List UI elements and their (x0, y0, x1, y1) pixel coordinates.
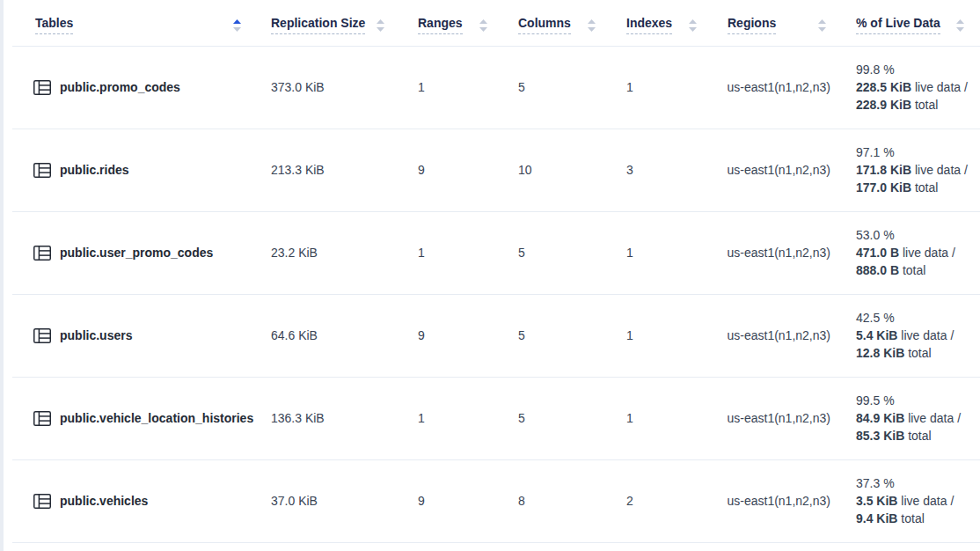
column-header-tables[interactable]: Tables (12, 0, 257, 46)
table-icon (33, 80, 51, 95)
ranges-cell: 9 (400, 459, 503, 542)
table-name-cell: public.promo_codes (12, 46, 257, 129)
live-data-percent: 37.3 % (856, 474, 980, 492)
sort-arrows-icon[interactable] (689, 19, 697, 32)
table-icon (33, 246, 51, 261)
columns-cell: 5 (503, 211, 611, 294)
sort-arrows-icon[interactable] (233, 19, 241, 32)
column-header-label: Replication Size (271, 16, 365, 34)
page-left-gutter (0, 0, 4, 551)
ranges-cell: 9 (400, 294, 503, 377)
regions-cell: us-east1(n1,n2,n3) (713, 129, 842, 211)
total-data-amount: 12.8 KiB total (856, 344, 980, 362)
replication-size-cell: 373.0 KiB (257, 46, 400, 129)
replication-size-cell: 37.0 KiB (257, 459, 400, 542)
table-name-link[interactable]: public.vehicles (60, 494, 148, 508)
live-data-amount: 3.5 KiB live data / (856, 492, 980, 510)
column-header-replication-size[interactable]: Replication Size (257, 0, 400, 46)
table-row[interactable]: public.rides 213.3 KiB 9 10 3 us-east1(n… (12, 129, 980, 211)
tables-grid: Tables Replication Size Ranges (12, 0, 980, 543)
column-header-label: Ranges (418, 16, 463, 34)
table-body: public.promo_codes 373.0 KiB 1 5 1 us-ea… (12, 46, 980, 542)
replication-size-cell: 136.3 KiB (257, 377, 400, 459)
live-data-percent: 99.8 % (856, 61, 980, 78)
sort-arrows-icon[interactable] (479, 19, 487, 32)
live-data-cell: 42.5 % 5.4 KiB live data / 12.8 KiB tota… (842, 294, 980, 377)
column-header-regions[interactable]: Regions (713, 0, 842, 46)
column-header-indexes[interactable]: Indexes (611, 0, 713, 46)
table-name-cell: public.users (12, 294, 257, 377)
total-data-amount: 177.0 KiB total (856, 179, 980, 196)
live-data-percent: 42.5 % (856, 309, 980, 327)
indexes-cell: 1 (611, 377, 713, 459)
columns-cell: 10 (503, 129, 611, 211)
column-header-label: Columns (518, 16, 571, 34)
live-data-amount: 471.0 B live data / (856, 244, 980, 261)
ranges-cell: 1 (400, 377, 503, 459)
live-data-amount: 84.9 KiB live data / (856, 409, 980, 427)
ranges-cell: 1 (400, 46, 503, 129)
live-data-amount: 5.4 KiB live data / (856, 327, 980, 344)
total-data-amount: 85.3 KiB total (856, 427, 980, 444)
ranges-cell: 1 (400, 211, 503, 294)
total-data-amount: 228.9 KiB total (856, 96, 980, 114)
indexes-cell: 3 (611, 129, 713, 211)
column-header-columns[interactable]: Columns (503, 0, 611, 46)
live-data-cell: 97.1 % 171.8 KiB live data / 177.0 KiB t… (842, 129, 980, 211)
sort-arrows-icon[interactable] (588, 19, 596, 32)
table-icon (33, 411, 51, 426)
live-data-cell: 99.5 % 84.9 KiB live data / 85.3 KiB tot… (842, 377, 980, 459)
live-data-amount: 171.8 KiB live data / (856, 161, 980, 179)
column-header-live-data[interactable]: % of Live Data (842, 0, 980, 46)
live-data-percent: 53.0 % (856, 226, 980, 244)
regions-cell: us-east1(n1,n2,n3) (713, 459, 842, 542)
ranges-cell: 9 (400, 129, 503, 211)
sort-arrows-icon[interactable] (956, 19, 964, 32)
table-name-cell: public.rides (12, 129, 257, 211)
table-row[interactable]: public.promo_codes 373.0 KiB 1 5 1 us-ea… (12, 46, 980, 129)
table-row[interactable]: public.users 64.6 KiB 9 5 1 us-east1(n1,… (12, 294, 980, 377)
table-name-cell: public.vehicles (12, 459, 257, 542)
replication-size-cell: 64.6 KiB (257, 294, 400, 377)
table-name-link[interactable]: public.vehicle_location_histories (60, 411, 253, 425)
column-header-ranges[interactable]: Ranges (400, 0, 503, 46)
column-header-label: Indexes (626, 16, 672, 34)
sort-arrows-icon[interactable] (818, 19, 826, 32)
table-icon (33, 328, 51, 343)
column-header-label: Regions (728, 16, 776, 34)
live-data-percent: 99.5 % (856, 392, 980, 409)
live-data-amount: 228.5 KiB live data / (856, 78, 980, 96)
table-name-link[interactable]: public.user_promo_codes (60, 246, 213, 260)
columns-cell: 8 (503, 459, 611, 542)
live-data-cell: 99.8 % 228.5 KiB live data / 228.9 KiB t… (842, 46, 980, 129)
table-row[interactable]: public.user_promo_codes 23.2 KiB 1 5 1 u… (12, 211, 980, 294)
table-icon (33, 163, 51, 178)
table-row[interactable]: public.vehicles 37.0 KiB 9 8 2 us-east1(… (12, 459, 980, 542)
table-name-cell: public.user_promo_codes (12, 211, 257, 294)
column-header-label: Tables (35, 16, 73, 34)
columns-cell: 5 (503, 377, 611, 459)
regions-cell: us-east1(n1,n2,n3) (713, 294, 842, 377)
table-icon (33, 494, 51, 509)
regions-cell: us-east1(n1,n2,n3) (713, 46, 842, 129)
table-header: Tables Replication Size Ranges (12, 0, 980, 46)
table-name-link[interactable]: public.promo_codes (60, 80, 180, 94)
regions-cell: us-east1(n1,n2,n3) (713, 377, 842, 459)
replication-size-cell: 213.3 KiB (257, 129, 400, 211)
columns-cell: 5 (503, 46, 611, 129)
regions-cell: us-east1(n1,n2,n3) (713, 211, 842, 294)
indexes-cell: 1 (611, 46, 713, 129)
replication-size-cell: 23.2 KiB (257, 211, 400, 294)
table-name-cell: public.vehicle_location_histories (12, 377, 257, 459)
indexes-cell: 1 (611, 294, 713, 377)
columns-cell: 5 (503, 294, 611, 377)
table-name-link[interactable]: public.users (60, 328, 132, 342)
total-data-amount: 9.4 KiB total (856, 510, 980, 527)
table-name-link[interactable]: public.rides (60, 163, 129, 177)
sort-arrows-icon[interactable] (377, 19, 384, 32)
live-data-cell: 53.0 % 471.0 B live data / 888.0 B total (842, 211, 980, 294)
indexes-cell: 1 (611, 211, 713, 294)
live-data-percent: 97.1 % (856, 143, 980, 161)
table-row[interactable]: public.vehicle_location_histories 136.3 … (12, 377, 980, 459)
column-header-label: % of Live Data (856, 16, 940, 34)
